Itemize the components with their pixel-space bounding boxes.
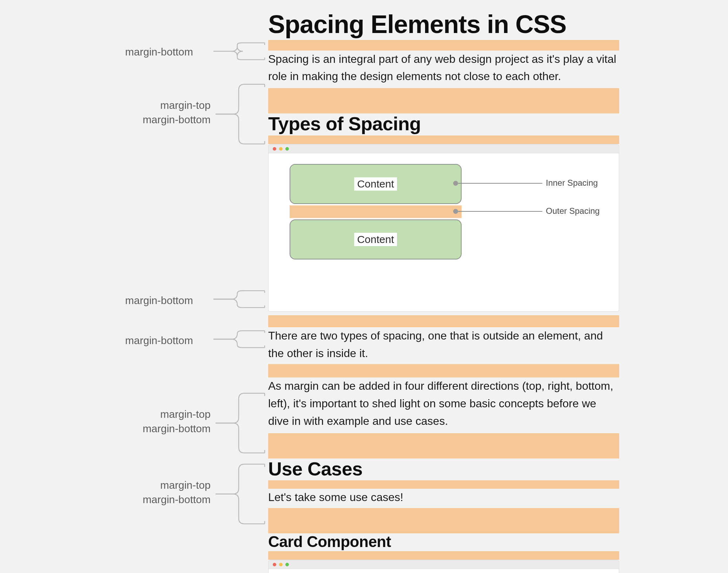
- body-paragraph: Let's take some use cases!: [268, 489, 619, 506]
- intro-paragraph: Spacing is an integral part of any web d…: [268, 51, 619, 85]
- bracket-icon: [213, 331, 268, 348]
- margin-highlight: [268, 433, 619, 459]
- article-column: Spacing Elements in CSS Spacing is an in…: [268, 11, 619, 573]
- margin-highlight: [268, 88, 619, 113]
- pointer-line: [458, 183, 542, 184]
- annotation-margin-bottom-2: margin-bottom: [88, 294, 193, 308]
- content-box-top: Content: [290, 164, 462, 204]
- annotation-line: margin-top: [160, 479, 211, 491]
- outer-spacing-label: Outer Spacing: [546, 206, 600, 216]
- annotation-margin-bottom-3: margin-bottom: [88, 334, 193, 348]
- annotation-margin-bottom-1: margin-bottom: [88, 45, 193, 59]
- figure-card-component: [268, 560, 619, 573]
- bracket-icon: [213, 43, 268, 60]
- annotation-line: margin-top: [160, 99, 211, 111]
- maximize-icon: [285, 563, 289, 566]
- window-titlebar: [269, 560, 619, 569]
- outer-spacing-bar: [290, 205, 462, 218]
- bracket-icon: [216, 393, 268, 453]
- heading-card-component: Card Component: [268, 533, 619, 550]
- margin-highlight: [268, 315, 619, 327]
- margin-highlight: [268, 551, 619, 560]
- bracket-icon: [216, 464, 268, 524]
- annotation-margin-top-bottom-1: margin-top margin-bottom: [105, 98, 211, 127]
- annotation-line: margin-bottom: [143, 114, 211, 125]
- heading-types-of-spacing: Types of Spacing: [268, 113, 619, 134]
- annotation-line: margin-top: [160, 408, 211, 420]
- annotation-margin-top-bottom-3: margin-top margin-bottom: [105, 478, 211, 507]
- window-titlebar: [269, 144, 619, 153]
- pointer-line: [458, 211, 542, 212]
- close-icon: [273, 563, 276, 566]
- margin-highlight: [268, 364, 619, 377]
- margin-highlight: [268, 40, 619, 51]
- figure-spacing-types: Content Content Inner Spacing Outer Spac…: [268, 144, 619, 312]
- annotation-line: margin-bottom: [143, 494, 211, 505]
- inner-spacing-label: Inner Spacing: [546, 178, 598, 188]
- maximize-icon: [285, 147, 289, 151]
- heading-use-cases: Use Cases: [268, 459, 619, 479]
- body-paragraph: There are two types of spacing, one that…: [268, 327, 619, 362]
- annotation-margin-top-bottom-2: margin-top margin-bottom: [105, 407, 211, 436]
- content-label: Content: [354, 177, 397, 191]
- margin-highlight: [268, 508, 619, 533]
- close-icon: [273, 147, 276, 151]
- minimize-icon: [279, 147, 283, 151]
- bracket-icon: [216, 84, 268, 144]
- annotation-line: margin-bottom: [143, 423, 211, 434]
- body-paragraph: As margin can be added in four different…: [268, 377, 619, 430]
- margin-highlight: [268, 136, 619, 144]
- content-label: Content: [354, 233, 397, 246]
- content-box-bottom: Content: [290, 219, 462, 259]
- margin-highlight: [268, 480, 619, 489]
- page-title: Spacing Elements in CSS: [268, 11, 619, 38]
- bracket-icon: [213, 291, 268, 308]
- minimize-icon: [279, 563, 283, 566]
